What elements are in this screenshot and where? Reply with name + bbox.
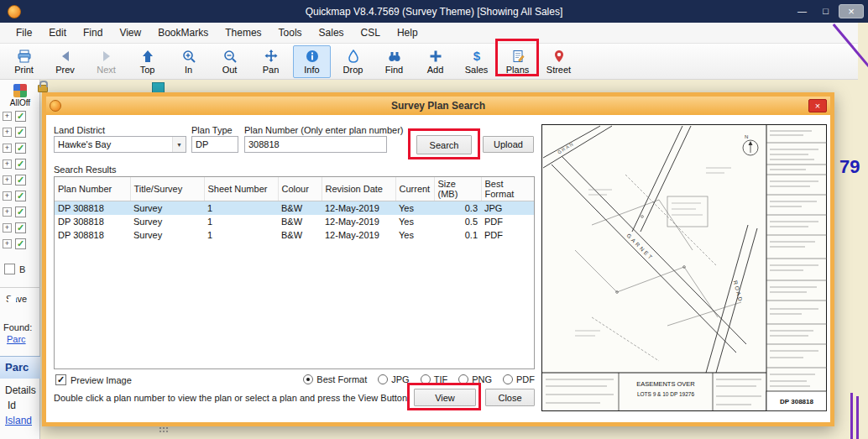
upload-button[interactable]: Upload xyxy=(483,136,534,153)
expand-icon[interactable]: + xyxy=(3,191,12,201)
plan-preview-image[interactable]: N GARNET ROAD GRAN xyxy=(541,124,827,411)
table-cell[interactable]: 1 xyxy=(204,215,278,228)
search-results-table[interactable]: Plan Number Title/Survey Sheet Number Co… xyxy=(54,176,535,369)
toolbar-button-zoom-out[interactable]: Out xyxy=(211,45,248,78)
table-row[interactable]: DP 308818 Survey 1 B&W 12-May-2019 Yes 0… xyxy=(55,215,535,228)
table-cell[interactable]: 1 xyxy=(204,228,278,242)
layer-tree-item[interactable]: +✓ xyxy=(3,172,26,188)
radio-jpg[interactable]: JPG xyxy=(378,374,409,384)
land-district-select[interactable]: Hawke's Bay ▼ xyxy=(54,136,186,153)
preview-image-checkbox[interactable]: ✓ Preview Image xyxy=(55,374,132,385)
menu-view[interactable]: View xyxy=(111,24,149,42)
dialog-titlebar[interactable]: Survey Plan Search × xyxy=(46,97,830,115)
toolbar-button-next[interactable]: Next xyxy=(87,45,125,78)
table-cell[interactable]: 1 xyxy=(204,201,278,215)
column-header-colour[interactable]: Colour xyxy=(278,177,322,201)
layer-checkbox[interactable]: ✓ xyxy=(15,191,26,201)
expand-icon[interactable]: + xyxy=(3,223,12,233)
table-cell[interactable]: 12-May-2019 xyxy=(322,215,395,228)
toolbar-button-sales[interactable]: $ Sales xyxy=(458,45,495,78)
layer-tree-item[interactable]: +✓ xyxy=(3,156,26,172)
plan-number-input[interactable] xyxy=(244,136,387,153)
expand-icon[interactable]: + xyxy=(3,112,12,121)
menu-help[interactable]: Help xyxy=(389,24,426,42)
layer-checkbox[interactable]: ✓ xyxy=(15,143,26,154)
column-header-revision-date[interactable]: Revision Date xyxy=(322,177,395,201)
column-header-size-mb[interactable]: Size (MB) xyxy=(434,177,481,201)
toolbar-button-info[interactable]: Info xyxy=(293,45,331,78)
column-header-best-format[interactable]: Best Format xyxy=(481,177,535,201)
layer-tree-item[interactable]: +✓ xyxy=(3,124,26,140)
layer-tree-item[interactable]: +✓ xyxy=(3,140,26,156)
dialog-close-button[interactable]: × xyxy=(808,99,827,112)
layer-checkbox[interactable]: ✓ xyxy=(15,175,26,186)
table-cell[interactable]: B&W xyxy=(278,228,322,242)
island-link[interactable]: Island xyxy=(5,415,32,426)
table-cell[interactable]: 12-May-2019 xyxy=(322,201,395,215)
expand-icon[interactable]: + xyxy=(3,159,12,169)
maximize-button[interactable]: □ xyxy=(815,4,836,18)
expand-icon[interactable]: + xyxy=(3,239,12,248)
column-header-current[interactable]: Current xyxy=(395,177,434,201)
table-cell[interactable]: PDF xyxy=(481,215,535,228)
save-button[interactable]: Save xyxy=(0,287,40,304)
layer-checkbox[interactable]: ✓ xyxy=(15,206,26,217)
table-cell[interactable]: Survey xyxy=(130,215,204,228)
radio-best-format[interactable]: Best Format xyxy=(303,374,367,384)
layer-tree-item[interactable]: +✓ xyxy=(3,236,26,252)
close-button[interactable]: × xyxy=(839,4,864,18)
layer-checkbox[interactable]: ✓ xyxy=(15,238,26,249)
layer-checkbox[interactable]: ✓ xyxy=(15,159,26,170)
toolbar-button-top[interactable]: Top xyxy=(128,45,166,78)
table-cell[interactable]: PDF xyxy=(481,228,535,242)
menu-edit[interactable]: Edit xyxy=(40,24,75,42)
expand-icon[interactable]: + xyxy=(3,144,12,153)
layer-checkbox[interactable]: ✓ xyxy=(15,111,26,122)
layer-checkbox[interactable]: ✓ xyxy=(15,222,26,233)
table-row[interactable]: DP 308818 Survey 1 B&W 12-May-2019 Yes 0… xyxy=(55,201,535,215)
table-row[interactable]: DP 308818 Survey 1 B&W 12-May-2019 Yes 0… xyxy=(55,228,535,242)
plan-type-input[interactable] xyxy=(191,136,238,153)
table-cell[interactable]: B&W xyxy=(278,201,322,215)
minimize-button[interactable]: — xyxy=(792,4,813,18)
checkbox-icon[interactable] xyxy=(4,264,15,274)
toolbar-button-print[interactable]: Print xyxy=(5,45,43,78)
table-cell[interactable]: DP 308818 xyxy=(55,228,130,242)
toolbar-button-find[interactable]: Find xyxy=(375,45,413,78)
menu-sales[interactable]: Sales xyxy=(311,24,353,42)
table-cell[interactable]: B&W xyxy=(278,215,322,228)
column-header-title-survey[interactable]: Title/Survey xyxy=(130,177,204,201)
toolbar-button-street[interactable]: Street xyxy=(540,45,578,78)
expand-icon[interactable]: + xyxy=(3,207,12,217)
toolbar-button-pan[interactable]: Pan xyxy=(252,45,290,78)
found-parcel-link[interactable]: Parc xyxy=(7,334,26,344)
table-cell[interactable]: JPG xyxy=(481,201,535,215)
table-cell[interactable]: Yes xyxy=(395,228,434,242)
column-header-plan-number[interactable]: Plan Number xyxy=(55,177,130,201)
toolbar-button-add[interactable]: Add xyxy=(416,45,454,78)
menu-bookmarks[interactable]: BookMarks xyxy=(149,24,217,42)
table-cell[interactable]: DP 308818 xyxy=(55,215,130,228)
expand-icon[interactable]: + xyxy=(3,128,12,137)
toolbar-button-drop[interactable]: Drop xyxy=(334,45,372,78)
table-cell[interactable]: 0.3 xyxy=(434,201,481,215)
toolbar-button-prev[interactable]: Prev xyxy=(46,45,84,78)
close-dialog-button[interactable]: Close xyxy=(485,389,535,406)
alloff-button[interactable]: AllOff xyxy=(0,81,40,107)
layer-tree-item[interactable]: +✓ xyxy=(3,220,26,236)
expand-icon[interactable]: + xyxy=(3,175,12,185)
menu-themes[interactable]: Themes xyxy=(217,24,269,42)
toolbar-button-zoom-in[interactable]: In xyxy=(170,45,207,78)
splitter-grip[interactable] xyxy=(159,427,170,434)
menu-file[interactable]: File xyxy=(8,24,40,42)
table-cell[interactable]: DP 308818 xyxy=(55,201,130,215)
layer-tree-item[interactable]: +✓ xyxy=(3,188,26,204)
radio-pdf[interactable]: PDF xyxy=(503,374,535,384)
column-header-sheet-number[interactable]: Sheet Number xyxy=(204,177,278,201)
table-cell[interactable]: 0.5 xyxy=(434,215,481,228)
table-cell[interactable]: Survey xyxy=(130,201,204,215)
menu-tools[interactable]: Tools xyxy=(270,24,311,42)
b-layer-checkbox-row[interactable]: B xyxy=(4,264,25,274)
lock-icon[interactable] xyxy=(38,85,48,92)
layer-tree-item[interactable]: +✓ xyxy=(3,108,26,124)
